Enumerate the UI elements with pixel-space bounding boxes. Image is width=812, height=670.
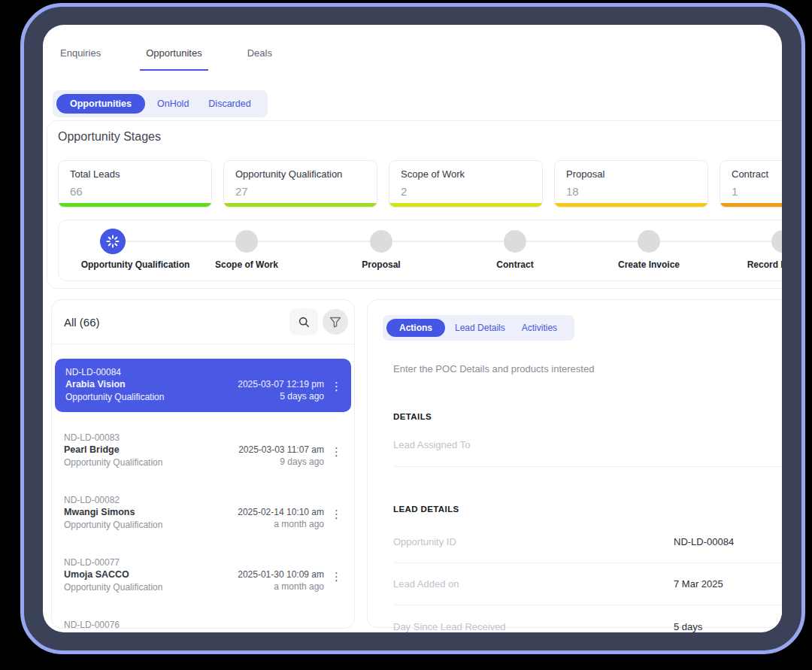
search-icon bbox=[298, 316, 311, 329]
lead-datetime: 2025-02-14 10:10 am bbox=[238, 506, 324, 518]
stat-color-bar bbox=[224, 203, 377, 207]
detail-row-value: ND-LD-00084 bbox=[674, 536, 734, 547]
lead-assigned-to-field[interactable]: Lead Assigned To bbox=[393, 439, 782, 467]
lead-datetime: 2025-03-03 11:07 am bbox=[238, 444, 324, 456]
tab-opportunites[interactable]: Opportunites bbox=[140, 43, 208, 71]
pill-opportunities[interactable]: Opportunities bbox=[56, 94, 145, 114]
step-node-opportunity-qualification[interactable] bbox=[100, 229, 126, 254]
kebab-menu-icon[interactable]: ⋮ bbox=[331, 447, 342, 457]
detail-row-value: 7 Mar 2025 bbox=[674, 578, 723, 590]
lead-time-ago: a month ago bbox=[238, 518, 324, 531]
lead-time-block: 2025-03-03 11:07 am 9 days ago bbox=[238, 444, 324, 468]
stage-stat-cards: Total Leads 66 Opportunity Qualification… bbox=[58, 160, 782, 208]
lead-details-section-heading: LEAD DETAILS bbox=[393, 505, 782, 514]
stat-label: Opportunity Qualification bbox=[235, 168, 365, 180]
details-section-heading: DETAILS bbox=[393, 412, 782, 421]
poc-instruction-text: Enter the POC Details and products inter… bbox=[393, 363, 782, 374]
lead-item-nd-ld-00083[interactable]: ND-LD-00083 Pearl Bridge Opportunity Qua… bbox=[55, 417, 351, 479]
stages-title: Opportunity Stages bbox=[58, 130, 161, 144]
lead-item-nd-ld-00082[interactable]: ND-LD-00082 Mwangi Simons Opportunity Qu… bbox=[55, 479, 351, 541]
stepper-connector bbox=[113, 241, 782, 242]
viewport: Enquiries Opportunites Deals Opportuniti… bbox=[0, 0, 812, 670]
lead-item-nd-ld-00076[interactable]: ND-LD-00076 bbox=[55, 604, 351, 629]
stat-label: Proposal bbox=[566, 168, 696, 180]
lead-time-block: 2025-01-30 10:09 am a month ago bbox=[238, 568, 324, 593]
top-tab-bar: Enquiries Opportunites Deals bbox=[54, 43, 278, 71]
stat-label: Total Leads bbox=[70, 168, 200, 180]
filter-funnel-icon bbox=[329, 317, 341, 328]
tab-actions[interactable]: Actions bbox=[386, 319, 445, 337]
leads-list: ND-LD-00084 Arabia Vision Opportunity Qu… bbox=[52, 344, 354, 629]
tab-activities[interactable]: Activities bbox=[515, 320, 564, 336]
view-filter-pills: Opportunities OnHold Discarded bbox=[53, 90, 268, 117]
tab-lead-details[interactable]: Lead Details bbox=[448, 320, 512, 336]
detail-row-lead-added-on: Lead Added on 7 Mar 2025 bbox=[393, 563, 782, 605]
stat-value: 2 bbox=[401, 185, 531, 198]
step-label: Record Payment bbox=[707, 259, 782, 270]
detail-tab-pills: Actions Lead Details Activities bbox=[383, 315, 574, 341]
step-label: Scope of Work bbox=[171, 259, 322, 270]
stat-card-scope-of-work[interactable]: Scope of Work 2 bbox=[389, 160, 543, 208]
stat-card-total-leads[interactable]: Total Leads 66 bbox=[58, 160, 212, 208]
lead-item-nd-ld-00077[interactable]: ND-LD-00077 Umoja SACCO Opportunity Qual… bbox=[55, 541, 351, 604]
lead-id: ND-LD-00082 bbox=[64, 495, 341, 506]
stage-stepper: Opportunity Qualification Scope of Work … bbox=[58, 220, 782, 281]
step-node-record-payment[interactable] bbox=[771, 230, 782, 253]
stat-label: Contract bbox=[732, 168, 782, 180]
spinner-icon bbox=[106, 235, 120, 248]
step-label: Create Invoice bbox=[574, 259, 724, 270]
detail-row-opportunity-id: Opportunity ID ND-LD-00084 bbox=[393, 521, 782, 563]
stat-value: 1 bbox=[732, 185, 782, 198]
detail-content: Enter the POC Details and products inter… bbox=[393, 341, 782, 632]
stat-card-opportunity-qualification[interactable]: Opportunity Qualification 27 bbox=[223, 160, 377, 208]
lead-datetime: 2025-03-07 12:19 pm bbox=[238, 378, 324, 390]
lead-details-rows: Opportunity ID ND-LD-00084 Lead Added on… bbox=[393, 521, 782, 632]
app-window: Enquiries Opportunites Deals Opportuniti… bbox=[43, 25, 782, 632]
detail-row-label: Day Since Lead Received bbox=[393, 621, 674, 632]
stat-card-contract[interactable]: Contract 1 bbox=[720, 160, 782, 208]
detail-row-label: Opportunity ID bbox=[393, 536, 674, 547]
leads-list-panel: All (66) bbox=[51, 299, 355, 629]
stat-color-bar bbox=[59, 203, 211, 207]
tab-enquiries[interactable]: Enquiries bbox=[54, 43, 107, 71]
kebab-menu-icon[interactable]: ⋮ bbox=[331, 571, 342, 582]
lead-detail-panel: Actions Lead Details Activities Enter th… bbox=[367, 299, 782, 628]
detail-row-value: 5 days bbox=[674, 621, 702, 632]
lead-time-ago: 9 days ago bbox=[238, 456, 324, 468]
stat-label: Scope of Work bbox=[401, 168, 531, 180]
stat-color-bar bbox=[555, 203, 707, 207]
lead-time-ago: 5 days ago bbox=[238, 390, 324, 403]
stat-card-proposal[interactable]: Proposal 18 bbox=[554, 160, 708, 208]
step-label: Proposal bbox=[306, 259, 456, 270]
step-node-scope-of-work[interactable] bbox=[235, 230, 258, 253]
detail-row-label: Lead Added on bbox=[393, 578, 674, 590]
lead-time-ago: a month ago bbox=[238, 581, 324, 593]
kebab-menu-icon[interactable]: ⋮ bbox=[331, 381, 342, 392]
lead-time-block: 2025-02-14 10:10 am a month ago bbox=[238, 506, 324, 531]
lead-time-block: 2025-03-07 12:19 pm 5 days ago bbox=[238, 378, 324, 403]
stat-color-bar bbox=[720, 203, 782, 207]
lead-item-nd-ld-00084[interactable]: ND-LD-00084 Arabia Vision Opportunity Qu… bbox=[55, 359, 351, 412]
leads-list-header: All (66) bbox=[52, 300, 354, 344]
stat-value: 66 bbox=[70, 185, 200, 198]
step-node-contract[interactable] bbox=[504, 230, 526, 253]
leads-count-title: All (66) bbox=[64, 316, 100, 329]
kebab-menu-icon[interactable]: ⋮ bbox=[331, 509, 342, 520]
lead-datetime: 2025-01-30 10:09 am bbox=[238, 568, 324, 581]
filter-button[interactable] bbox=[323, 309, 348, 335]
pill-onhold[interactable]: OnHold bbox=[150, 95, 196, 113]
search-button[interactable] bbox=[289, 308, 318, 335]
lead-id: ND-LD-00076 bbox=[64, 620, 341, 629]
stat-value: 27 bbox=[235, 185, 365, 198]
lead-id: ND-LD-00084 bbox=[65, 367, 341, 378]
step-node-proposal[interactable] bbox=[370, 230, 392, 253]
stat-value: 18 bbox=[566, 185, 696, 198]
tab-deals[interactable]: Deals bbox=[241, 43, 278, 71]
stat-color-bar bbox=[389, 203, 542, 207]
opportunity-stages-section: Opportunity Stages Total Leads 66 Opport… bbox=[47, 120, 782, 289]
step-label: Contract bbox=[440, 259, 590, 270]
lead-id: ND-LD-00077 bbox=[64, 557, 341, 568]
pill-discarded[interactable]: Discarded bbox=[201, 95, 258, 113]
lead-id: ND-LD-00083 bbox=[64, 432, 341, 444]
step-node-create-invoice[interactable] bbox=[638, 230, 660, 253]
